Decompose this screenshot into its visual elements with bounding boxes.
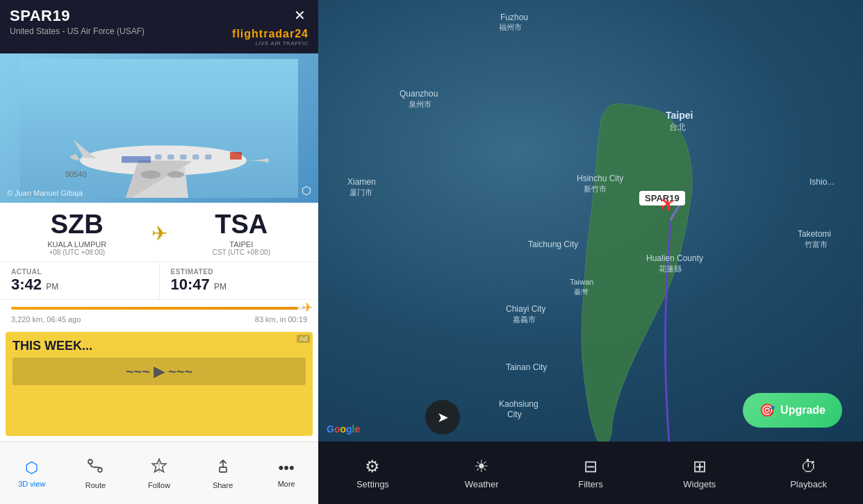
cube-icon: ⬡	[25, 459, 38, 477]
weather-icon: ☀	[474, 457, 489, 476]
city-kaohsiung2: City	[507, 410, 522, 419]
ad-badge: Ad	[297, 335, 310, 343]
location-button[interactable]: ➤	[425, 400, 460, 435]
google-logo: Google	[327, 423, 360, 435]
nav-follow-label: Follow	[148, 481, 170, 489]
city-chiayi: Chiayi City	[506, 304, 545, 314]
fr24-logo: flightradar24 LIVE AIR TRAFFIC	[232, 28, 309, 47]
follow-icon	[151, 457, 167, 478]
dest-name: TAIPEI	[176, 240, 308, 249]
widgets-icon: ⊞	[693, 457, 707, 476]
city-xiamen-zh: 厦门市	[350, 187, 372, 198]
actual-time-block: ACTUAL 3:42 PM	[0, 262, 160, 299]
fr24-brand: flightradar24	[232, 28, 309, 40]
origin-name: KUALA LUMPUR	[11, 240, 143, 249]
route-plane-icon: ✈	[143, 222, 176, 245]
progress-bar-bg: ✈	[11, 307, 307, 310]
map-bottom-nav: ⚙ Settings ☀ Weather ⊟ Filters ⊞ Widgets…	[318, 442, 863, 504]
map-nav-filters[interactable]: ⊟ Filters	[559, 457, 622, 489]
city-tainan: Tainan City	[506, 362, 547, 372]
actual-value: 3:42 PM	[11, 276, 148, 294]
city-ishio: Ishio...	[809, 177, 834, 187]
svg-rect-3	[167, 154, 174, 159]
nav-follow[interactable]: Follow	[127, 442, 191, 504]
map-nav-settings[interactable]: ⚙ Settings	[341, 457, 404, 489]
map-nav-widgets[interactable]: ⊞ Widgets	[668, 457, 731, 489]
estimated-period: PM	[214, 282, 227, 292]
fr24-tagline: LIVE AIR TRAFFIC	[232, 40, 309, 47]
nav-3dview[interactable]: ⬡ 3D view	[0, 442, 64, 504]
progress-labels: 3,220 km, 06:45 ago 83 km, in 00:19	[11, 315, 307, 324]
time-row: ACTUAL 3:42 PM ESTIMATED 10:47 PM	[0, 262, 318, 300]
location-icon: ➤	[437, 409, 449, 426]
nav-more[interactable]: ••• More	[254, 442, 318, 504]
city-xiamen: Xiamen	[347, 177, 376, 187]
flight-id: SPAR19	[10, 7, 145, 25]
ad-banner[interactable]: Ad THIS WEEK... ~~~ ▶ ~~~	[6, 332, 313, 436]
settings-label: Settings	[356, 479, 389, 489]
city-taketomi: Taketomi	[798, 229, 831, 239]
estimated-time: 10:47	[171, 276, 210, 293]
city-taipei: Taipei	[666, 110, 693, 121]
actual-period: PM	[46, 282, 58, 292]
city-taiwan-label: Taiwan	[570, 278, 593, 286]
playback-label: Playback	[790, 479, 827, 489]
origin-block: SZB KUALA LUMPUR +08 (UTC +08:00)	[11, 211, 143, 256]
airline-name: United States - US Air Force (USAF)	[10, 26, 145, 36]
gear-icon: ⚙	[365, 457, 380, 476]
map-nav-playback[interactable]: ⏱ Playback	[778, 457, 840, 489]
svg-rect-14	[220, 467, 227, 472]
distance-remaining: 83 km, in 00:19	[255, 315, 307, 324]
nav-route[interactable]: Route	[64, 442, 128, 504]
route-info: SZB KUALA LUMPUR +08 (UTC +08:00) ✈ TSA …	[0, 203, 318, 262]
nav-share-label: Share	[213, 481, 233, 489]
city-taipei-zh: 台北	[669, 121, 686, 133]
filter-icon: ⊟	[584, 457, 598, 476]
city-taketomi-zh: 竹富市	[805, 240, 828, 250]
route-icon	[87, 457, 104, 478]
city-kaohsiung: Kaohsiung	[499, 399, 539, 409]
map-nav-weather[interactable]: ☀ Weather	[450, 457, 513, 489]
svg-text:90540: 90540	[65, 170, 87, 178]
svg-rect-7	[230, 152, 242, 160]
progress-plane-icon: ✈	[302, 300, 313, 315]
upgrade-label: Upgrade	[780, 404, 825, 417]
city-fuzhou: Fuzhou	[500, 12, 528, 22]
city-taiwan-label2: 臺灣	[574, 287, 588, 297]
svg-rect-5	[192, 154, 199, 159]
city-hualien-zh: 花蓮縣	[659, 264, 682, 274]
nav-share[interactable]: Share	[191, 442, 255, 504]
actual-time: 3:42	[11, 276, 42, 293]
playback-icon: ⏱	[800, 457, 817, 476]
origin-code: SZB	[11, 211, 143, 237]
filters-label: Filters	[578, 479, 602, 489]
panel-header: SPAR19 United States - US Air Force (USA…	[0, 0, 318, 53]
left-bottom-nav: ⬡ 3D view Route Follow	[0, 442, 318, 504]
svg-point-9	[141, 170, 161, 178]
city-quanzhou: Quanzhou	[400, 89, 438, 99]
upgrade-icon: 🎯	[759, 403, 775, 418]
close-button[interactable]: ✕	[291, 7, 309, 24]
nav-more-label: More	[278, 480, 295, 488]
city-chiayi-zh: 嘉義市	[513, 314, 536, 325]
expand-icon[interactable]: ⬡	[302, 184, 311, 197]
svg-point-10	[167, 171, 184, 178]
distance-flown: 3,220 km, 06:45 ago	[11, 315, 81, 324]
destination-block: TSA TAIPEI CST (UTC +08:00)	[176, 211, 308, 256]
city-hsinchu-zh: 新竹市	[584, 184, 607, 194]
progress-bar-fill	[11, 307, 298, 310]
ad-text: THIS WEEK...	[13, 339, 306, 353]
actual-label: ACTUAL	[11, 268, 148, 276]
more-icon: •••	[279, 459, 295, 477]
share-icon	[215, 457, 231, 478]
svg-rect-8	[122, 156, 151, 163]
svg-rect-4	[180, 154, 187, 159]
dest-code: TSA	[176, 211, 308, 237]
city-quanzhou-zh: 泉州市	[409, 99, 432, 110]
widgets-label: Widgets	[683, 479, 716, 489]
aircraft-photo[interactable]: 90540 © Juan Manuel Gibaja ⬡	[0, 53, 318, 203]
photo-credit: © Juan Manuel Gibaja	[7, 189, 83, 197]
weather-label: Weather	[465, 479, 499, 489]
upgrade-button[interactable]: 🎯 Upgrade	[743, 393, 842, 428]
plane-svg: 90540	[20, 59, 298, 198]
